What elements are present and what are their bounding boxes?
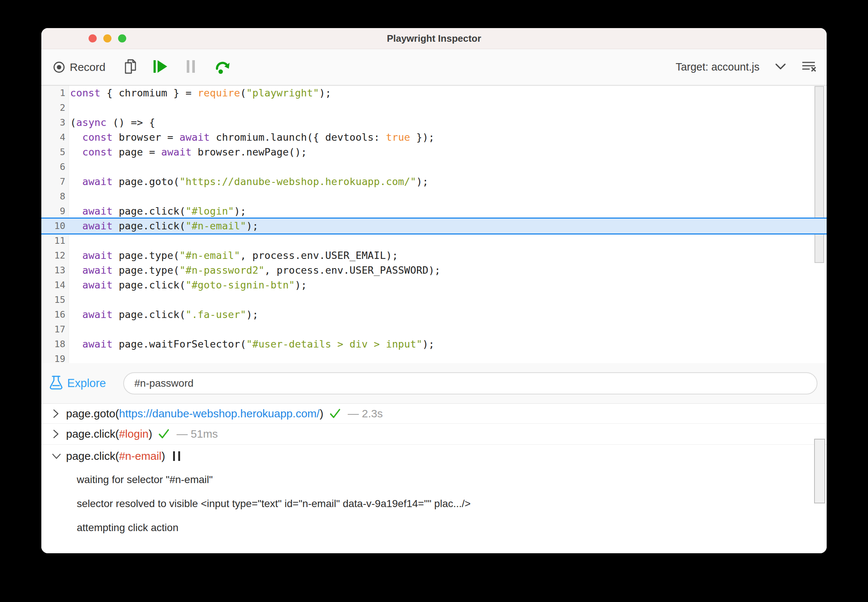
code-token: );: [319, 87, 331, 98]
code-line[interactable]: 2: [41, 100, 827, 115]
code-token: page.click(: [113, 220, 185, 232]
chevron-down-icon[interactable]: [52, 452, 61, 460]
step-over-icon: [215, 59, 231, 75]
code-text: await page.goto("https://danube-webshop.…: [70, 174, 429, 189]
log-call-text: page.click(#n-email): [66, 450, 165, 462]
code-line[interactable]: 3(async () => {: [41, 115, 827, 130]
record-button[interactable]: Record: [54, 61, 106, 74]
target-select-button[interactable]: [775, 63, 786, 71]
code-line[interactable]: 7 await page.goto("https://danube-websho…: [41, 174, 827, 189]
code-token: [70, 132, 82, 143]
code-line[interactable]: 13 await page.type("#n-password2", proce…: [41, 263, 827, 278]
code-token: () => {: [107, 117, 155, 128]
log-entry[interactable]: page.goto(https://danube-webshop.herokua…: [41, 404, 827, 424]
line-number: 18: [41, 337, 65, 352]
resume-button[interactable]: [153, 60, 168, 75]
log-selector: #n-email: [119, 450, 161, 462]
code-token: (: [70, 117, 76, 128]
code-token: "#user-details > div > input": [246, 338, 422, 350]
code-line[interactable]: 9 await page.click("#login");: [41, 204, 827, 219]
log-entry[interactable]: page.click(#n-email): [41, 445, 827, 468]
code-token: page.goto(: [113, 176, 179, 187]
selector-input[interactable]: [123, 372, 817, 395]
code-token: [70, 279, 82, 291]
code-line[interactable]: 12 await page.type("#n-email", process.e…: [41, 248, 827, 263]
line-number: 16: [41, 307, 65, 322]
code-token: const: [70, 87, 100, 98]
code-line[interactable]: 6: [41, 160, 827, 174]
chevron-right-icon[interactable]: [52, 429, 61, 439]
code-token: );: [295, 279, 307, 291]
code-line[interactable]: 17: [41, 322, 827, 337]
code-line[interactable]: 16 await page.click(".fa-user");: [41, 307, 827, 322]
code-text: (async () => {: [70, 115, 155, 130]
clear-log-button[interactable]: [802, 61, 816, 74]
code-token: const: [82, 146, 113, 158]
window-title: Playwright Inspector: [41, 28, 827, 49]
code-token: ".fa-user": [186, 309, 246, 320]
code-line[interactable]: 11: [41, 233, 827, 248]
check-icon: [158, 429, 170, 439]
pause-button[interactable]: [186, 60, 196, 75]
copy-script-button[interactable]: [123, 58, 138, 76]
code-line[interactable]: 4 const browser = await chromium.launch(…: [41, 130, 827, 145]
code-token: page.type(: [113, 264, 179, 276]
line-number: 10: [41, 219, 65, 233]
line-number: 15: [41, 292, 65, 307]
code-line[interactable]: 8: [41, 189, 827, 204]
code-line[interactable]: 18 await page.waitForSelector("#user-det…: [41, 337, 827, 352]
code-text: const browser = await chromium.launch({ …: [70, 130, 434, 145]
clear-log-icon: [802, 61, 816, 74]
code-token: (: [240, 87, 246, 98]
code-token: await: [82, 205, 113, 217]
code-token: [70, 264, 82, 276]
editor-scrollbar-thumb[interactable]: [814, 86, 824, 263]
code-lines: 1const { chromium } = require("playwrigh…: [41, 86, 827, 363]
code-text: await page.click("#login");: [70, 204, 246, 219]
playwright-inspector-window: Playwright Inspector Record: [41, 28, 827, 553]
code-token: browser.newPage();: [191, 146, 307, 158]
chevron-right-icon[interactable]: [52, 409, 61, 418]
code-line[interactable]: 1const { chromium } = require("playwrigh…: [41, 86, 827, 100]
code-token: });: [410, 132, 435, 143]
code-token: await: [82, 220, 113, 232]
code-token: chromium.launch({ devtools:: [210, 132, 386, 143]
code-token: await: [82, 338, 113, 350]
code-text: await page.waitForSelector("#user-detail…: [70, 337, 434, 352]
code-text: await page.click(".fa-user");: [70, 307, 258, 322]
code-editor[interactable]: 1const { chromium } = require("playwrigh…: [41, 86, 827, 363]
code-token: [70, 220, 82, 232]
code-token: page.click(: [113, 279, 185, 291]
code-token: [70, 176, 82, 187]
check-icon: [329, 408, 341, 419]
code-text: await page.type("#n-password2", process.…: [70, 263, 441, 278]
code-line[interactable]: 15: [41, 292, 827, 307]
explore-button[interactable]: Explore: [49, 363, 106, 404]
code-token: );: [416, 176, 429, 187]
code-token: );: [422, 338, 434, 350]
line-number: 11: [41, 233, 65, 248]
line-number: 4: [41, 130, 65, 145]
code-token: await: [82, 279, 113, 291]
log-selector: #login: [119, 428, 148, 440]
copy-icon: [123, 58, 138, 76]
record-icon: [54, 62, 64, 73]
explore-bar: Explore: [41, 363, 827, 404]
code-line[interactable]: 5 const page = await browser.newPage();: [41, 145, 827, 160]
code-token: await: [82, 176, 113, 187]
step-over-button[interactable]: [215, 59, 231, 75]
log-url[interactable]: https://danube-webshop.herokuapp.com/: [119, 407, 320, 419]
code-token: { chromium } =: [100, 87, 197, 98]
title-bar: Playwright Inspector: [41, 28, 827, 49]
toolbar: Record: [41, 49, 827, 86]
code-line[interactable]: 14 await page.click("#goto-signin-btn");: [41, 278, 827, 292]
log-scrollbar-thumb[interactable]: [814, 439, 825, 504]
line-number: 5: [41, 145, 65, 160]
log-entry[interactable]: page.click(#login)— 51ms: [41, 424, 827, 445]
code-line[interactable]: 19: [41, 352, 827, 363]
code-line[interactable]: 10 await page.click("#n-email");: [41, 219, 827, 233]
code-token: , process.env.USER_PASSWORD);: [265, 264, 441, 276]
action-log: page.goto(https://danube-webshop.herokua…: [41, 404, 827, 553]
log-detail-line: selector resolved to visible <input type…: [41, 491, 827, 516]
code-token: page.click(: [113, 205, 185, 217]
